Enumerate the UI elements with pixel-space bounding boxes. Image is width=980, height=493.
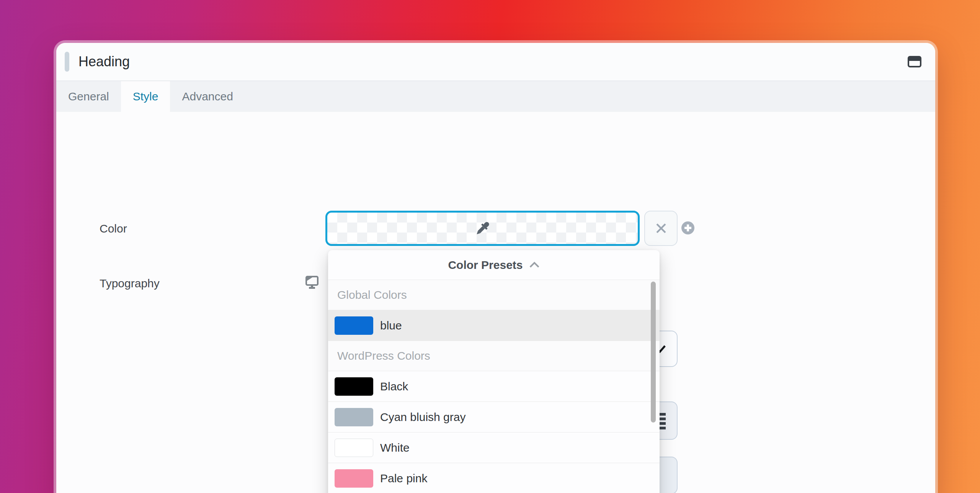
tab-style[interactable]: Style — [121, 81, 170, 112]
preset-row-white[interactable]: White — [328, 432, 660, 463]
color-swatch — [335, 439, 373, 457]
preset-row-blue[interactable]: blue — [328, 310, 660, 341]
x-icon — [655, 222, 668, 235]
add-color-button[interactable] — [681, 221, 694, 234]
color-presets-dropdown: Color Presets Global Colors blue WordPre… — [328, 250, 660, 493]
preset-row-cyan-bluish-gray[interactable]: Cyan bluish gray — [328, 402, 660, 432]
desktop-monitor-icon[interactable] — [305, 276, 318, 290]
panel-header: Heading — [56, 43, 935, 81]
color-presets-toggle[interactable]: Color Presets — [328, 250, 660, 280]
window-icon[interactable] — [908, 56, 921, 67]
preset-row-black[interactable]: Black — [328, 371, 660, 402]
tab-bar: General Style Advanced — [56, 81, 935, 112]
dropdown-scrollbar[interactable] — [651, 282, 656, 423]
color-swatch — [335, 377, 373, 396]
color-picker-input[interactable] — [325, 211, 640, 246]
preset-row-pale-pink[interactable]: Pale pink — [328, 463, 660, 493]
preset-label: White — [380, 441, 410, 454]
color-swatch — [335, 469, 373, 488]
color-presets-title: Color Presets — [448, 259, 523, 272]
preset-section-global: Global Colors — [328, 280, 660, 310]
color-swatch — [335, 408, 373, 426]
tab-advanced[interactable]: Advanced — [170, 81, 245, 112]
section-label: Global Colors — [337, 288, 407, 301]
preset-label: Pale pink — [380, 472, 427, 485]
preset-section-wordpress: WordPress Colors — [328, 341, 660, 371]
panel-title: Heading — [78, 54, 908, 70]
section-label: WordPress Colors — [337, 349, 430, 362]
drag-handle[interactable] — [65, 52, 69, 72]
preset-label: Black — [380, 380, 408, 393]
preset-label: Cyan bluish gray — [380, 411, 466, 424]
chevron-up-icon — [529, 262, 540, 268]
eyedropper-icon — [474, 219, 492, 237]
plus-icon — [684, 224, 692, 232]
color-swatch — [335, 316, 373, 335]
color-label: Color — [100, 222, 127, 235]
preset-label: blue — [380, 319, 402, 332]
clear-color-button[interactable] — [644, 211, 678, 246]
typography-label: Typography — [100, 277, 160, 290]
tab-general[interactable]: General — [56, 81, 121, 112]
widget-settings-panel: Heading General Style Advanced Color Typ… — [56, 43, 935, 493]
style-tab-content: Color Typography — [56, 112, 935, 493]
